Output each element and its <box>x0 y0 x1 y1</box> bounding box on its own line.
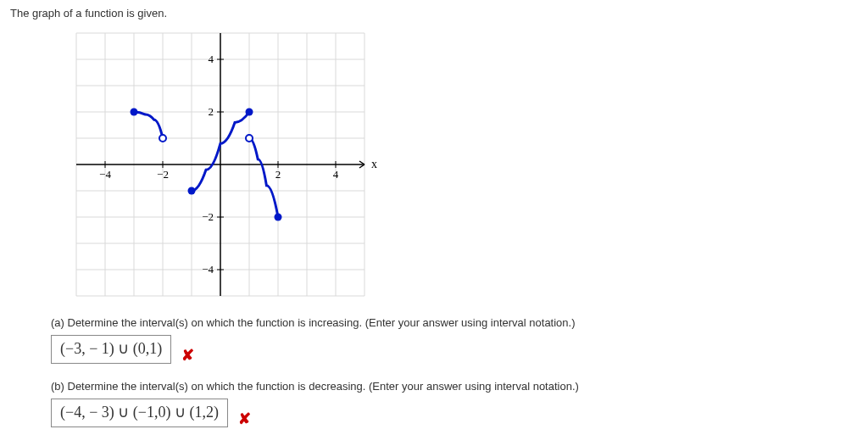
svg-text:2: 2 <box>209 105 214 118</box>
part-b-answer-box[interactable]: (−4, − 3) ∪ (−1,0) ∪ (1,2) <box>51 399 228 427</box>
svg-text:−2: −2 <box>157 168 169 181</box>
svg-point-44 <box>246 109 253 116</box>
svg-point-41 <box>131 109 138 116</box>
intro-text: The graph of a function is given. <box>10 7 858 20</box>
part-a-answer-box[interactable]: (−3, − 1) ∪ (0,1) <box>51 335 171 364</box>
part-a-mark-icon: ✘ <box>181 346 194 365</box>
part-b-prompt: (b) Determine the interval(s) on which t… <box>51 380 858 393</box>
svg-point-43 <box>188 187 196 195</box>
function-graph: −4−224−4−224x <box>51 25 858 304</box>
svg-text:2: 2 <box>275 168 281 181</box>
svg-text:x: x <box>371 158 377 170</box>
svg-text:4: 4 <box>333 168 339 181</box>
svg-point-42 <box>159 135 166 142</box>
svg-point-46 <box>275 214 282 221</box>
svg-text:−4: −4 <box>202 263 214 276</box>
svg-text:−2: −2 <box>202 210 214 223</box>
part-a-prompt: (a) Determine the interval(s) on which t… <box>51 316 858 329</box>
svg-text:−4: −4 <box>99 168 111 181</box>
svg-text:4: 4 <box>209 53 214 65</box>
part-b-mark-icon: ✘ <box>238 410 251 428</box>
svg-point-45 <box>246 135 253 142</box>
